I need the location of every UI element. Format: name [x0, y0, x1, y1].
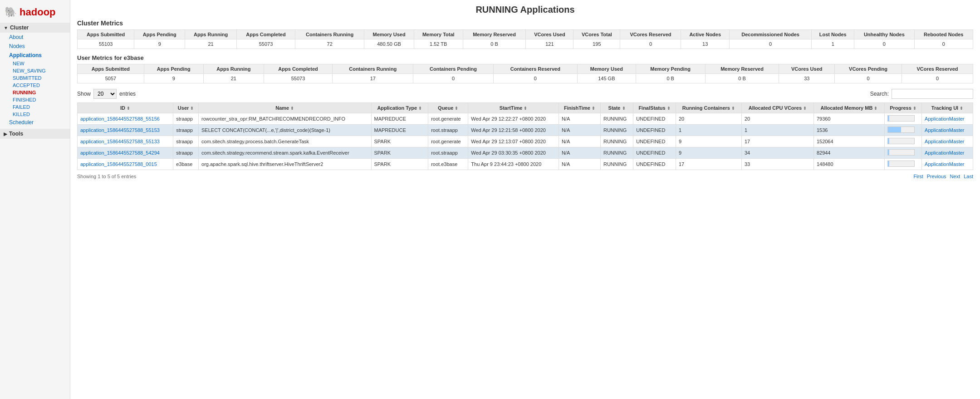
cell-start-time: Wed Apr 29 03:30:35 +0800 2020	[468, 147, 559, 159]
th-running-containers[interactable]: Running Containers ⇕	[676, 103, 741, 113]
cell-user: straapp	[173, 113, 199, 125]
cell-allocated-memory: 148480	[813, 159, 884, 170]
cell-running-containers: 9	[676, 136, 741, 147]
tracking-ui-link[interactable]: ApplicationMaster	[925, 161, 964, 167]
th-tracking-ui[interactable]: Tracking UI ⇕	[922, 103, 973, 113]
uval-apps-submitted: 5057	[78, 74, 144, 83]
ucol-memory-used: Memory Used	[578, 64, 636, 74]
tracking-ui-link[interactable]: ApplicationMaster	[925, 150, 964, 156]
val-apps-running: 21	[185, 39, 237, 49]
th-queue[interactable]: Queue ⇕	[428, 103, 468, 113]
uval-memory-pending: 0 B	[636, 74, 705, 83]
cell-finish-time: N/A	[559, 113, 600, 125]
progress-bar	[888, 138, 889, 144]
app-id-link[interactable]: application_1586445527588_55156	[80, 116, 160, 122]
th-id[interactable]: ID ⇕	[78, 103, 173, 113]
sidebar-subitem-finished[interactable]: FINISHED	[0, 96, 70, 103]
val-rebooted-nodes: 0	[914, 39, 973, 49]
cell-tracking-ui: ApplicationMaster	[922, 113, 973, 125]
app-id-link[interactable]: application_1586445527588_0015	[80, 161, 157, 167]
controls-row: Show 10 20 50 100 entries Search:	[77, 89, 973, 99]
sidebar-subitem-submitted[interactable]: SUBMITTED	[0, 74, 70, 82]
sidebar-subitem-killed[interactable]: KILLED	[0, 111, 70, 118]
val-vcores-used: 121	[526, 39, 573, 49]
cell-progress	[885, 136, 922, 147]
sidebar-subitem-failed[interactable]: FAILED	[0, 103, 70, 111]
col-active-nodes: Active Nodes	[681, 30, 730, 39]
sidebar-subitem-accepted[interactable]: ACCEPTED	[0, 82, 70, 89]
sidebar-subitem-new-saving[interactable]: NEW_SAVING	[0, 67, 70, 74]
val-memory-used: 480.50 GB	[364, 39, 414, 49]
pagination-first[interactable]: First	[913, 174, 923, 179]
pagination-next[interactable]: Next	[950, 174, 960, 179]
cluster-section-header[interactable]: ▼ Cluster	[0, 23, 70, 33]
cell-allocated-memory: 82944	[813, 147, 884, 159]
ucol-vcores-reserved: VCores Reserved	[902, 64, 973, 74]
th-app-type[interactable]: Application Type ⇕	[371, 103, 428, 113]
val-containers-running: 72	[295, 39, 364, 49]
col-containers-running: Containers Running	[295, 30, 364, 39]
th-user[interactable]: User ⇕	[173, 103, 199, 113]
sidebar-item-scheduler[interactable]: Scheduler	[0, 118, 70, 127]
sidebar-subitem-new[interactable]: NEW	[0, 60, 70, 67]
cell-app-type: MAPREDUCE	[371, 125, 428, 136]
sidebar-subitem-running[interactable]: RUNNING	[0, 89, 70, 96]
tracking-ui-link[interactable]: ApplicationMaster	[925, 116, 964, 122]
cell-finish-time: N/A	[559, 125, 600, 136]
pagination-previous[interactable]: Previous	[927, 174, 946, 179]
th-starttime[interactable]: StartTime ⇕	[468, 103, 559, 113]
cell-allocated-cpu: 33	[742, 159, 814, 170]
th-finishtime[interactable]: FinishTime ⇕	[559, 103, 600, 113]
tracking-ui-link[interactable]: ApplicationMaster	[925, 127, 964, 133]
table-row: application_1586445527588_54294 straapp …	[78, 147, 973, 159]
sidebar-item-about[interactable]: About	[0, 33, 70, 42]
entries-select[interactable]: 10 20 50 100	[93, 89, 117, 99]
cell-tracking-ui: ApplicationMaster	[922, 159, 973, 170]
sort-tracking-icon: ⇕	[960, 106, 963, 111]
page-title: RUNNING Applications	[77, 5, 973, 15]
tools-section-header[interactable]: ▶ Tools	[0, 129, 70, 139]
sidebar-item-nodes[interactable]: Nodes	[0, 42, 70, 51]
col-apps-pending: Apps Pending	[134, 30, 185, 39]
uval-apps-pending: 9	[144, 74, 203, 83]
ucol-apps-pending: Apps Pending	[144, 64, 203, 74]
cell-tracking-ui: ApplicationMaster	[922, 125, 973, 136]
th-state[interactable]: State ⇕	[600, 103, 633, 113]
col-lost-nodes: Lost Nodes	[812, 30, 854, 39]
tools-arrow: ▶	[4, 131, 7, 136]
show-entries-control: Show 10 20 50 100 entries	[77, 89, 136, 99]
th-progress[interactable]: Progress ⇕	[885, 103, 922, 113]
cluster-label: Cluster	[10, 24, 29, 31]
cell-running-containers: 9	[676, 147, 741, 159]
app-id-link[interactable]: application_1586445527588_54294	[80, 150, 160, 156]
uval-vcores-reserved: 0	[902, 74, 973, 83]
cell-allocated-cpu: 17	[742, 136, 814, 147]
search-label: Search:	[870, 91, 889, 97]
val-decommissioned-nodes: 0	[729, 39, 811, 49]
tracking-ui-link[interactable]: ApplicationMaster	[925, 139, 964, 144]
cell-state: RUNNING	[600, 147, 633, 159]
cell-user: straapp	[173, 136, 199, 147]
app-id-link[interactable]: application_1586445527588_55133	[80, 139, 160, 144]
app-id-link[interactable]: application_1586445527588_55153	[80, 127, 160, 133]
sort-progress-icon: ⇕	[913, 106, 916, 111]
cell-running-containers: 1	[676, 125, 741, 136]
cluster-metrics-table: Apps Submitted Apps Pending Apps Running…	[77, 29, 973, 49]
sidebar-item-applications[interactable]: Applications	[0, 51, 70, 60]
sort-mem-icon: ⇕	[874, 106, 877, 111]
col-rebooted-nodes: Rebooted Nodes	[914, 30, 973, 39]
val-apps-completed: 55073	[236, 39, 295, 49]
applications-table: ID ⇕ User ⇕ Name ⇕ Application Type ⇕ Qu…	[77, 102, 973, 170]
search-input[interactable]	[892, 89, 973, 99]
col-apps-submitted: Apps Submitted	[78, 30, 134, 39]
th-allocated-cpu[interactable]: Allocated CPU VCores ⇕	[742, 103, 814, 113]
col-vcores-total: VCores Total	[573, 30, 620, 39]
cell-state: RUNNING	[600, 113, 633, 125]
th-finalstatus[interactable]: FinalStatus ⇕	[633, 103, 676, 113]
uval-apps-completed: 55073	[264, 74, 332, 83]
cell-finish-time: N/A	[559, 159, 600, 170]
pagination-last[interactable]: Last	[964, 174, 973, 179]
sort-apptype-icon: ⇕	[418, 106, 422, 111]
th-name[interactable]: Name ⇕	[199, 103, 371, 113]
th-allocated-memory[interactable]: Allocated Memory MB ⇕	[813, 103, 884, 113]
